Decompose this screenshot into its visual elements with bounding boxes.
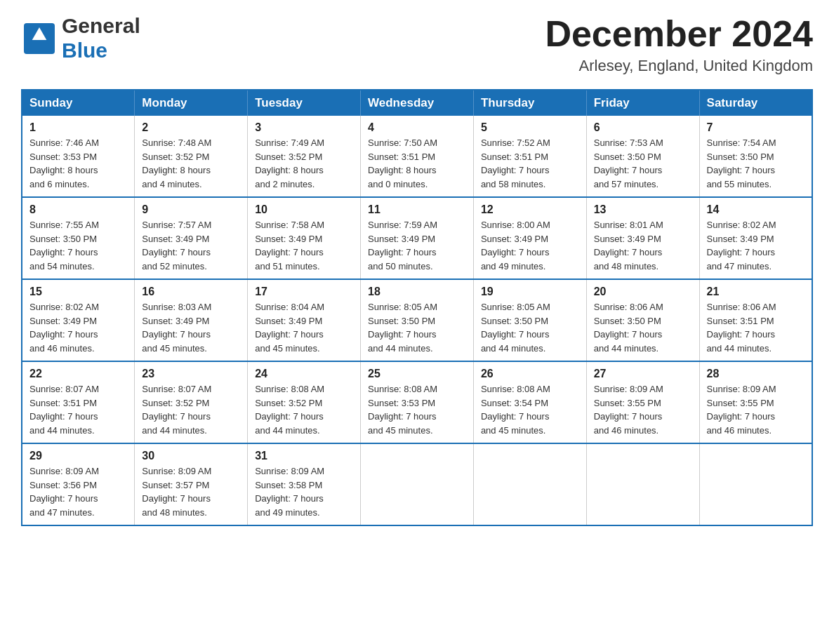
col-header-thursday: Thursday (473, 90, 586, 116)
calendar-cell: 11 Sunrise: 7:59 AMSunset: 3:49 PMDaylig… (361, 197, 474, 279)
page-header: General Blue December 2024 Arlesey, Engl… (21, 14, 813, 75)
calendar-cell: 8 Sunrise: 7:55 AMSunset: 3:50 PMDayligh… (22, 197, 135, 279)
day-number: 28 (707, 368, 805, 380)
logo-icon (21, 20, 58, 57)
day-number: 11 (368, 203, 466, 216)
day-number: 13 (594, 203, 692, 216)
day-number: 6 (594, 121, 692, 134)
day-info: Sunrise: 8:00 AMSunset: 3:49 PMDaylight:… (481, 220, 550, 271)
calendar-cell (586, 443, 699, 525)
calendar-cell: 22 Sunrise: 8:07 AMSunset: 3:51 PMDaylig… (22, 361, 135, 443)
day-info: Sunrise: 7:58 AMSunset: 3:49 PMDaylight:… (255, 220, 324, 271)
day-info: Sunrise: 7:50 AMSunset: 3:51 PMDaylight:… (368, 137, 437, 189)
day-info: Sunrise: 7:59 AMSunset: 3:49 PMDaylight:… (368, 220, 437, 271)
month-title: December 2024 (545, 14, 813, 54)
col-header-friday: Friday (586, 90, 699, 116)
day-number: 17 (255, 286, 353, 298)
day-info: Sunrise: 8:07 AMSunset: 3:52 PMDaylight:… (142, 384, 211, 436)
day-number: 31 (255, 450, 353, 462)
day-info: Sunrise: 8:09 AMSunset: 3:57 PMDaylight:… (142, 466, 211, 518)
calendar-cell: 2 Sunrise: 7:48 AMSunset: 3:52 PMDayligh… (135, 116, 248, 197)
day-info: Sunrise: 8:07 AMSunset: 3:51 PMDaylight:… (29, 384, 99, 436)
calendar-cell: 20 Sunrise: 8:06 AMSunset: 3:50 PMDaylig… (586, 279, 699, 361)
calendar-cell: 21 Sunrise: 8:06 AMSunset: 3:51 PMDaylig… (699, 279, 812, 361)
calendar-cell: 13 Sunrise: 8:01 AMSunset: 3:49 PMDaylig… (586, 197, 699, 279)
day-number: 8 (29, 203, 127, 216)
calendar-cell: 18 Sunrise: 8:05 AMSunset: 3:50 PMDaylig… (361, 279, 474, 361)
calendar-table: SundayMondayTuesdayWednesdayThursdayFrid… (21, 89, 813, 526)
calendar-cell: 1 Sunrise: 7:46 AMSunset: 3:53 PMDayligh… (22, 116, 135, 197)
day-info: Sunrise: 8:09 AMSunset: 3:56 PMDaylight:… (29, 466, 99, 518)
day-number: 9 (142, 203, 240, 216)
day-info: Sunrise: 8:09 AMSunset: 3:55 PMDaylight:… (594, 384, 663, 436)
day-info: Sunrise: 7:49 AMSunset: 3:52 PMDaylight:… (255, 137, 324, 189)
calendar-cell: 14 Sunrise: 8:02 AMSunset: 3:49 PMDaylig… (699, 197, 812, 279)
calendar-cell: 15 Sunrise: 8:02 AMSunset: 3:49 PMDaylig… (22, 279, 135, 361)
col-header-wednesday: Wednesday (361, 90, 474, 116)
calendar-cell: 5 Sunrise: 7:52 AMSunset: 3:51 PMDayligh… (473, 116, 586, 197)
day-number: 10 (255, 203, 353, 216)
day-info: Sunrise: 8:04 AMSunset: 3:49 PMDaylight:… (255, 302, 324, 354)
day-info: Sunrise: 7:53 AMSunset: 3:50 PMDaylight:… (594, 137, 663, 189)
day-info: Sunrise: 8:08 AMSunset: 3:53 PMDaylight:… (368, 384, 437, 436)
calendar-cell: 17 Sunrise: 8:04 AMSunset: 3:49 PMDaylig… (248, 279, 361, 361)
calendar-cell: 29 Sunrise: 8:09 AMSunset: 3:56 PMDaylig… (22, 443, 135, 525)
calendar-cell (361, 443, 474, 525)
day-number: 25 (368, 368, 466, 380)
logo-blue-text: Blue (62, 39, 140, 63)
day-info: Sunrise: 7:54 AMSunset: 3:50 PMDaylight:… (707, 137, 776, 189)
day-number: 7 (707, 121, 805, 134)
calendar-cell: 26 Sunrise: 8:08 AMSunset: 3:54 PMDaylig… (473, 361, 586, 443)
day-info: Sunrise: 8:05 AMSunset: 3:50 PMDaylight:… (481, 302, 550, 354)
calendar-cell: 7 Sunrise: 7:54 AMSunset: 3:50 PMDayligh… (699, 116, 812, 197)
logo-general-text: General (62, 14, 140, 39)
calendar-cell: 24 Sunrise: 8:08 AMSunset: 3:52 PMDaylig… (248, 361, 361, 443)
day-number: 18 (368, 286, 466, 298)
day-number: 5 (481, 121, 579, 134)
col-header-monday: Monday (135, 90, 248, 116)
day-number: 1 (29, 121, 127, 134)
day-info: Sunrise: 8:02 AMSunset: 3:49 PMDaylight:… (707, 220, 776, 271)
day-number: 27 (594, 368, 692, 380)
day-number: 20 (594, 286, 692, 298)
day-info: Sunrise: 7:52 AMSunset: 3:51 PMDaylight:… (481, 137, 550, 189)
day-number: 29 (29, 450, 127, 462)
location: Arlesey, England, United Kingdom (545, 57, 813, 75)
calendar-cell: 3 Sunrise: 7:49 AMSunset: 3:52 PMDayligh… (248, 116, 361, 197)
day-number: 23 (142, 368, 240, 380)
calendar-cell: 28 Sunrise: 8:09 AMSunset: 3:55 PMDaylig… (699, 361, 812, 443)
day-info: Sunrise: 8:01 AMSunset: 3:49 PMDaylight:… (594, 220, 663, 271)
day-number: 15 (29, 286, 127, 298)
calendar-cell: 6 Sunrise: 7:53 AMSunset: 3:50 PMDayligh… (586, 116, 699, 197)
day-number: 3 (255, 121, 353, 134)
calendar-cell: 27 Sunrise: 8:09 AMSunset: 3:55 PMDaylig… (586, 361, 699, 443)
col-header-saturday: Saturday (699, 90, 812, 116)
day-info: Sunrise: 8:05 AMSunset: 3:50 PMDaylight:… (368, 302, 437, 354)
day-info: Sunrise: 8:09 AMSunset: 3:58 PMDaylight:… (255, 466, 324, 518)
day-number: 12 (481, 203, 579, 216)
svg-rect-2 (28, 40, 51, 50)
col-header-sunday: Sunday (22, 90, 135, 116)
calendar-cell: 12 Sunrise: 8:00 AMSunset: 3:49 PMDaylig… (473, 197, 586, 279)
day-info: Sunrise: 8:08 AMSunset: 3:52 PMDaylight:… (255, 384, 324, 436)
calendar-cell: 4 Sunrise: 7:50 AMSunset: 3:51 PMDayligh… (361, 116, 474, 197)
day-number: 4 (368, 121, 466, 134)
calendar-cell: 23 Sunrise: 8:07 AMSunset: 3:52 PMDaylig… (135, 361, 248, 443)
day-number: 19 (481, 286, 579, 298)
day-number: 30 (142, 450, 240, 462)
day-number: 26 (481, 368, 579, 380)
day-number: 16 (142, 286, 240, 298)
calendar-cell (473, 443, 586, 525)
day-info: Sunrise: 8:08 AMSunset: 3:54 PMDaylight:… (481, 384, 550, 436)
calendar-cell: 31 Sunrise: 8:09 AMSunset: 3:58 PMDaylig… (248, 443, 361, 525)
calendar-cell: 30 Sunrise: 8:09 AMSunset: 3:57 PMDaylig… (135, 443, 248, 525)
day-info: Sunrise: 7:57 AMSunset: 3:49 PMDaylight:… (142, 220, 211, 271)
calendar-cell: 25 Sunrise: 8:08 AMSunset: 3:53 PMDaylig… (361, 361, 474, 443)
day-info: Sunrise: 8:03 AMSunset: 3:49 PMDaylight:… (142, 302, 211, 354)
day-number: 22 (29, 368, 127, 380)
day-number: 14 (707, 203, 805, 216)
day-info: Sunrise: 8:06 AMSunset: 3:50 PMDaylight:… (594, 302, 663, 354)
calendar-cell (699, 443, 812, 525)
day-number: 24 (255, 368, 353, 380)
day-info: Sunrise: 8:06 AMSunset: 3:51 PMDaylight:… (707, 302, 776, 354)
